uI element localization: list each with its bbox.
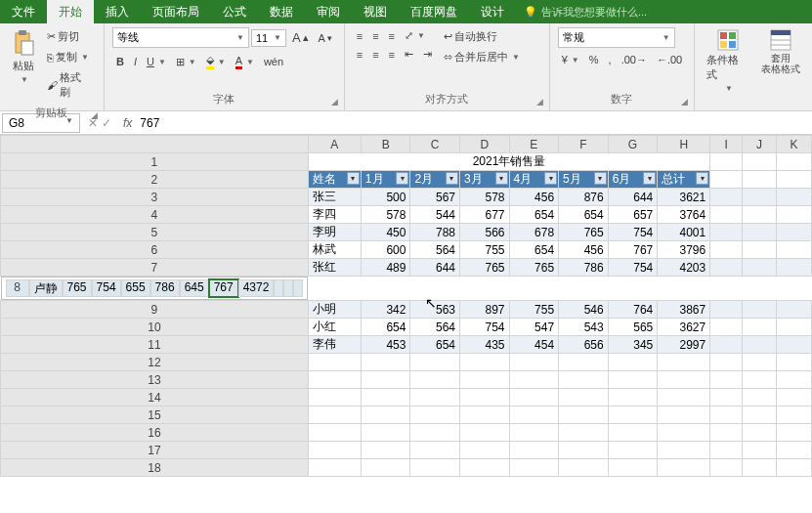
filter-button[interactable]: ▾: [594, 172, 607, 185]
dec-decimal-button[interactable]: ←.00: [653, 52, 686, 67]
cell[interactable]: [509, 459, 559, 477]
filter-header[interactable]: 2月▾: [410, 171, 460, 189]
phonetic-button[interactable]: wén: [260, 54, 287, 69]
cell[interactable]: 4203: [658, 259, 710, 277]
cell[interactable]: 754: [608, 224, 658, 241]
cell[interactable]: [658, 354, 710, 371]
cell[interactable]: [776, 301, 811, 319]
row-header[interactable]: 15: [1, 406, 309, 424]
row-header[interactable]: 11: [1, 336, 309, 354]
cell[interactable]: [608, 459, 658, 477]
cell[interactable]: [776, 206, 811, 224]
cell[interactable]: [308, 389, 361, 406]
row-header[interactable]: 12: [1, 354, 309, 371]
cell[interactable]: [710, 319, 743, 336]
cell[interactable]: [459, 354, 509, 371]
cell[interactable]: [743, 189, 777, 206]
inc-decimal-button[interactable]: .00→: [618, 52, 651, 67]
cell[interactable]: [559, 459, 609, 477]
indent-inc-button[interactable]: ⇥: [419, 46, 436, 63]
cell[interactable]: [710, 371, 743, 389]
cell[interactable]: [559, 442, 609, 459]
filter-header[interactable]: 5月▾: [559, 171, 609, 189]
cell[interactable]: 4372: [238, 279, 275, 297]
cell[interactable]: 578: [459, 189, 509, 206]
cell[interactable]: 876: [559, 189, 609, 206]
cell[interactable]: 小明: [308, 301, 361, 319]
cell[interactable]: 547: [509, 319, 559, 336]
cell[interactable]: [710, 442, 743, 459]
border-button[interactable]: ⊞▼: [172, 54, 200, 70]
increase-font-button[interactable]: A▴: [288, 28, 313, 47]
align-left-button[interactable]: ≡: [353, 47, 366, 63]
col-header[interactable]: J: [743, 136, 777, 153]
cell[interactable]: [743, 241, 777, 259]
format-painter-button[interactable]: 🖌格式刷: [43, 68, 96, 102]
cond-format-button[interactable]: 条件格式▼: [701, 25, 755, 97]
cell[interactable]: 656: [559, 336, 609, 354]
cell[interactable]: [710, 389, 743, 406]
cell[interactable]: 3796: [658, 241, 710, 259]
cell[interactable]: [710, 406, 743, 424]
col-header[interactable]: G: [608, 136, 658, 153]
cell[interactable]: 564: [410, 241, 460, 259]
cell[interactable]: 765: [63, 279, 92, 297]
select-all-corner[interactable]: [1, 136, 309, 153]
cell[interactable]: [361, 459, 410, 477]
cell[interactable]: [608, 424, 658, 442]
cell[interactable]: 654: [509, 241, 559, 259]
cell[interactable]: [559, 406, 609, 424]
cell[interactable]: [710, 206, 743, 224]
align-top-button[interactable]: ≡: [353, 28, 366, 44]
cell[interactable]: [776, 336, 811, 354]
cell[interactable]: 897: [459, 301, 509, 319]
cell[interactable]: 600: [361, 241, 410, 259]
col-header[interactable]: I: [710, 136, 743, 153]
cell[interactable]: 764: [608, 301, 658, 319]
cell[interactable]: [743, 319, 777, 336]
cell[interactable]: [710, 459, 743, 477]
cell[interactable]: [608, 389, 658, 406]
cell[interactable]: [776, 319, 811, 336]
cell[interactable]: 345: [608, 336, 658, 354]
cell[interactable]: [743, 354, 777, 371]
cell[interactable]: [710, 171, 743, 189]
row-header[interactable]: 13: [1, 371, 309, 389]
cell[interactable]: [308, 424, 361, 442]
comma-button[interactable]: ,: [605, 52, 616, 67]
cell[interactable]: [710, 336, 743, 354]
cell[interactable]: [658, 389, 710, 406]
cell[interactable]: [410, 389, 460, 406]
cell[interactable]: [658, 406, 710, 424]
cell[interactable]: [743, 336, 777, 354]
cell[interactable]: 767: [209, 279, 238, 297]
underline-button[interactable]: U▼: [143, 54, 170, 69]
cell[interactable]: [308, 371, 361, 389]
cell[interactable]: [743, 406, 777, 424]
cell[interactable]: [459, 389, 509, 406]
cell[interactable]: [776, 241, 811, 259]
cell[interactable]: 578: [361, 206, 410, 224]
row-header[interactable]: 3: [1, 189, 309, 206]
align-middle-button[interactable]: ≡: [368, 28, 382, 44]
cell[interactable]: [776, 259, 811, 277]
currency-button[interactable]: ¥▼: [558, 52, 583, 67]
align-right-button[interactable]: ≡: [385, 47, 399, 63]
cell[interactable]: [743, 224, 777, 241]
tab-file[interactable]: 文件: [0, 0, 47, 23]
cell[interactable]: [743, 389, 777, 406]
cell[interactable]: 566: [459, 224, 509, 241]
filter-button[interactable]: ▾: [396, 172, 408, 185]
filter-header[interactable]: 4月▾: [509, 171, 559, 189]
col-header[interactable]: F: [559, 136, 609, 153]
cell[interactable]: [559, 389, 609, 406]
cell[interactable]: [459, 459, 509, 477]
cell[interactable]: [459, 442, 509, 459]
cell[interactable]: [274, 279, 283, 297]
cell[interactable]: 754: [608, 259, 658, 277]
cell[interactable]: [776, 171, 811, 189]
cell[interactable]: [308, 442, 361, 459]
cell[interactable]: 765: [559, 224, 609, 241]
cell[interactable]: 2997: [658, 336, 710, 354]
cell[interactable]: [361, 371, 410, 389]
